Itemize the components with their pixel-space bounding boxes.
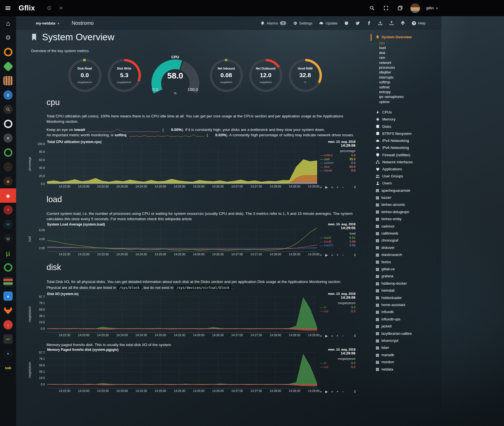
menu-subitem-processes[interactable]: processes — [371, 65, 441, 70]
menu-app-influxdb[interactable]: influxdb — [371, 309, 441, 316]
sidebar-item-app-green-ring[interactable] — [0, 145, 16, 160]
alarms-button[interactable]: Alarms 2 — [260, 21, 286, 25]
menu-app-apacheguacamole[interactable]: apacheguacamole — [371, 187, 441, 194]
zoom-out-button[interactable]: − — [342, 186, 344, 189]
menu-item-disks[interactable]: Disks — [371, 123, 441, 130]
menu-subitem-entropy[interactable]: entropy — [371, 90, 441, 95]
zoom-out-button[interactable]: − — [342, 253, 344, 257]
menu-subitem-softirqs[interactable]: softirqs — [371, 80, 441, 85]
legend-item-in[interactable]: — in0.0 — [320, 305, 355, 309]
pan-forward-button[interactable]: » — [331, 390, 333, 393]
tabs-button[interactable] — [396, 4, 404, 12]
menu-app-calibreweb[interactable]: calibreweb — [371, 230, 441, 237]
fullscreen-button[interactable] — [382, 4, 390, 12]
pan-forward-button[interactable]: » — [331, 334, 333, 338]
menu-app-heimdall[interactable]: heimdall — [371, 287, 441, 294]
menu-item-btrfs-filesystem[interactable]: BTRFS filesystem — [371, 130, 441, 137]
sidebar-item-home[interactable]: ⌂ — [0, 16, 16, 30]
gauge-net-outbound[interactable]: Net Outbound 12.0 megabits/s — [249, 59, 282, 101]
sidebar-item-active-app-shield[interactable]: ◈ — [0, 188, 16, 203]
chart-plot-area[interactable] — [47, 352, 317, 388]
menu-subitem-idlejitter[interactable]: idlejitter — [371, 70, 441, 75]
chart-resize-handle[interactable]: ⇕ — [353, 390, 356, 393]
sidebar-item-app-audio-bars[interactable]: ||| — [0, 88, 16, 102]
menu-app-binhex-airsonic[interactable]: binhex-airsonic — [371, 201, 441, 208]
facebook-link[interactable] — [367, 21, 371, 26]
import-snapshot-button[interactable] — [389, 21, 394, 26]
menu-item-firewall-netfilter-[interactable]: Firewall (netfilter) — [371, 151, 441, 159]
menu-app-diskover[interactable]: diskover — [371, 244, 441, 251]
menu-app-letsencrypt[interactable]: letsencrypt — [371, 337, 441, 344]
sidebar-item-app-red-dots[interactable]: ∴ — [0, 160, 16, 174]
pan-backward-button[interactable]: « — [320, 253, 322, 257]
zoom-in-button[interactable]: + — [337, 390, 339, 393]
sidebar-item-app-drop[interactable]: ● — [0, 346, 16, 361]
softirq-sparkline[interactable] — [127, 133, 205, 137]
pan-backward-button[interactable]: « — [320, 334, 322, 338]
menu-app-chronograf[interactable]: chronograf — [371, 237, 441, 244]
menu-subitem-cpu[interactable]: cpu — [371, 41, 441, 46]
sidebar-item-lazylibrarian[interactable]: LAZY — [0, 332, 16, 346]
zoom-out-button[interactable]: − — [342, 334, 344, 338]
gauge-disk-write[interactable]: Disk Write 5.3 megabytes/s — [108, 59, 141, 101]
legend-item-out[interactable]: — out-5.3 — [320, 309, 355, 313]
menu-item-ipv4-networking[interactable]: IPv4 Networking — [371, 137, 441, 144]
menu-app-binhex-emby[interactable]: binhex-emby — [371, 216, 441, 223]
sidebar-item-settings-gear[interactable]: ⚙ — [0, 30, 16, 45]
legend-item-system[interactable]: — system2.3 — [320, 161, 355, 165]
menu-app-hiddenloader[interactable]: hiddenloader — [371, 295, 441, 302]
sidebar-item-app-white-ring[interactable] — [0, 117, 16, 131]
zoom-in-button[interactable]: + — [337, 334, 339, 338]
menu-app-bazarr[interactable]: bazarr — [371, 194, 441, 201]
pan-backward-button[interactable]: « — [320, 390, 322, 393]
menu-app-jackett[interactable]: jackett — [371, 323, 441, 330]
menu-item-network-interfaces[interactable]: Network Interfaces — [371, 159, 441, 166]
menu-app-home-assistant[interactable]: home-assistant — [371, 302, 441, 309]
settings-button[interactable]: Settings — [293, 21, 312, 25]
menu-app-lidarr[interactable]: lidarr — [371, 344, 441, 351]
sidebar-item-app-u-green[interactable]: µ — [0, 246, 16, 260]
update-button[interactable]: Update — [319, 21, 337, 26]
sidebar-item-app-sync[interactable]: ∞ — [0, 217, 16, 231]
zoom-in-button[interactable]: + — [337, 186, 339, 189]
menu-subitem-disk[interactable]: disk — [371, 51, 441, 55]
zoom-out-button[interactable]: − — [342, 390, 344, 393]
menu-app-netdata[interactable]: netdata — [371, 366, 441, 373]
chart-resize-handle[interactable]: ⇕ — [353, 186, 356, 189]
sidebar-item-gitlab[interactable] — [0, 303, 16, 318]
chart-resize-handle[interactable]: ⇕ — [353, 334, 356, 338]
server-dropdown[interactable]: my-netdata ▼ — [36, 21, 60, 25]
legend-item-iowait[interactable]: — iowait0.0 — [320, 169, 355, 173]
legend-item-load15[interactable]: — load152.06 — [320, 244, 355, 247]
zoom-in-button[interactable]: + — [337, 253, 339, 257]
close-tab-button[interactable] — [57, 4, 65, 12]
menu-app-elasticsearch[interactable]: elasticsearch — [371, 251, 441, 258]
menu-app-binhex-delugevpn[interactable]: binhex-delugevpn — [371, 209, 441, 216]
export-snapshot-button[interactable] — [378, 21, 383, 26]
sidebar-item-app-blue-square[interactable]: ▲ — [0, 289, 16, 303]
sidebar-item-app-dark-red-circle[interactable]: ✳ — [0, 203, 16, 217]
user-avatar[interactable] — [410, 3, 420, 13]
menu-app-grafana[interactable]: grafana — [371, 273, 441, 280]
legend-item-in[interactable]: — in0.0 — [320, 361, 355, 365]
menu-subitem-ipc-semaphores[interactable]: ipc semaphores — [371, 95, 441, 99]
menu-subitem-load[interactable]: load — [371, 46, 441, 50]
menu-item-user-groups[interactable]: User Groups — [371, 173, 441, 180]
menu-item-cpus[interactable]: CPUs — [371, 109, 441, 116]
github-link[interactable] — [344, 21, 349, 26]
sidebar-item-app-x[interactable]: × — [0, 131, 16, 145]
menu-app-hddtemp-docker[interactable]: hddtemp-docker — [371, 280, 441, 287]
menu-item-system-overview[interactable]: System Overview — [371, 34, 441, 40]
menu-item-ipv6-networking[interactable]: IPv6 Networking — [371, 144, 441, 151]
twitter-link[interactable] — [355, 21, 360, 26]
legend-item-user[interactable]: — user35.3 — [320, 157, 355, 161]
pan-backward-button[interactable]: « — [320, 186, 322, 189]
sidebar-item-app-green-circle[interactable] — [0, 260, 16, 275]
pan-forward-button[interactable]: » — [331, 253, 333, 257]
menu-app-influxdb-ups[interactable]: influxdb-ups — [371, 316, 441, 323]
menu-app-lazylibrarian-calibre[interactable]: lazylibrarian-calibre — [371, 330, 441, 337]
menu-app-gitlab-ce[interactable]: gitlab-ce — [371, 266, 441, 273]
menu-subitem-network[interactable]: network — [371, 61, 441, 65]
menu-app-cadvisor[interactable]: cadvisor — [371, 223, 441, 230]
legend-item-nice[interactable]: — nice20.4 — [320, 165, 355, 169]
